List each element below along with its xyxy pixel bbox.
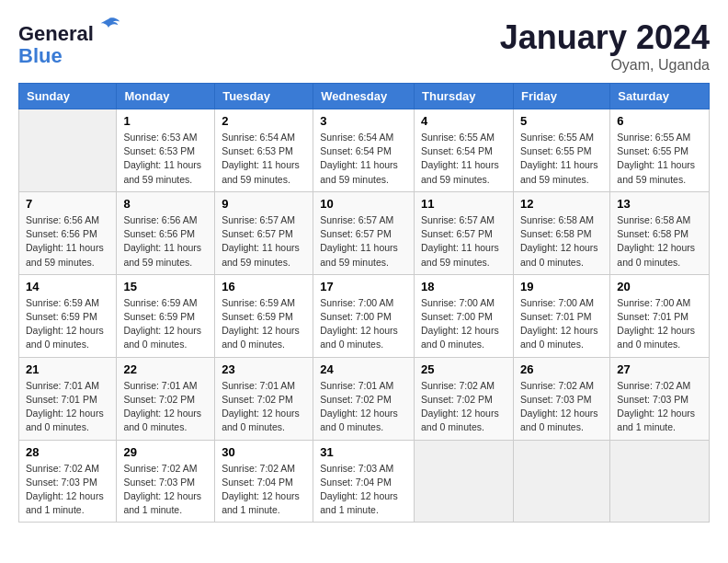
calendar-cell: 21Sunrise: 7:01 AMSunset: 7:01 PMDayligh…	[19, 357, 117, 440]
day-number: 11	[421, 197, 506, 211]
day-info: Sunrise: 7:02 AMSunset: 7:03 PMDaylight:…	[617, 379, 702, 435]
day-header-monday: Monday	[117, 84, 215, 109]
day-info: Sunrise: 6:59 AMSunset: 6:59 PMDaylight:…	[26, 296, 109, 352]
day-number: 28	[26, 445, 109, 459]
logo: General Blue	[18, 18, 121, 67]
day-info: Sunrise: 6:58 AMSunset: 6:58 PMDaylight:…	[520, 213, 603, 270]
day-info: Sunrise: 7:01 AMSunset: 7:02 PMDaylight:…	[123, 379, 208, 435]
day-info: Sunrise: 7:01 AMSunset: 7:01 PMDaylight:…	[26, 379, 109, 435]
day-info: Sunrise: 7:03 AMSunset: 7:04 PMDaylight:…	[320, 462, 407, 518]
calendar-cell: 17Sunrise: 7:00 AMSunset: 7:00 PMDayligh…	[313, 274, 415, 357]
calendar-cell: 28Sunrise: 7:02 AMSunset: 7:03 PMDayligh…	[19, 440, 117, 523]
day-number: 1	[123, 114, 208, 128]
calendar-cell	[415, 440, 514, 523]
day-number: 5	[520, 114, 603, 128]
calendar-cell: 9Sunrise: 6:57 AMSunset: 6:57 PMDaylight…	[215, 191, 313, 274]
day-number: 22	[123, 362, 208, 376]
calendar-cell: 18Sunrise: 7:00 AMSunset: 7:00 PMDayligh…	[415, 274, 514, 357]
day-info: Sunrise: 7:00 AMSunset: 7:01 PMDaylight:…	[617, 296, 702, 352]
day-number: 14	[26, 280, 109, 293]
day-info: Sunrise: 6:54 AMSunset: 6:53 PMDaylight:…	[222, 131, 306, 187]
day-number: 2	[222, 114, 306, 128]
title-area: January 2024 Oyam, Uganda	[500, 18, 710, 74]
day-number: 4	[421, 114, 506, 128]
calendar-table: SundayMondayTuesdayWednesdayThursdayFrid…	[18, 83, 710, 523]
day-header-tuesday: Tuesday	[215, 84, 313, 109]
day-info: Sunrise: 6:57 AMSunset: 6:57 PMDaylight:…	[222, 213, 306, 270]
calendar-cell: 31Sunrise: 7:03 AMSunset: 7:04 PMDayligh…	[313, 440, 415, 523]
calendar-cell: 12Sunrise: 6:58 AMSunset: 6:58 PMDayligh…	[513, 191, 609, 274]
day-number: 26	[520, 362, 603, 376]
calendar-cell: 19Sunrise: 7:00 AMSunset: 7:01 PMDayligh…	[513, 274, 609, 357]
day-header-sunday: Sunday	[19, 84, 117, 109]
day-number: 23	[222, 362, 306, 376]
day-info: Sunrise: 6:59 AMSunset: 6:59 PMDaylight:…	[222, 296, 306, 352]
logo-text: General Blue	[18, 18, 121, 67]
day-info: Sunrise: 6:53 AMSunset: 6:53 PMDaylight:…	[123, 131, 208, 187]
day-number: 29	[123, 445, 208, 459]
day-info: Sunrise: 7:01 AMSunset: 7:02 PMDaylight:…	[320, 379, 407, 435]
calendar-cell: 2Sunrise: 6:54 AMSunset: 6:53 PMDaylight…	[215, 109, 313, 192]
day-number: 9	[222, 197, 306, 211]
day-number: 30	[222, 445, 306, 459]
location: Oyam, Uganda	[500, 57, 710, 74]
day-info: Sunrise: 7:02 AMSunset: 7:03 PMDaylight:…	[520, 379, 603, 435]
calendar-week-4: 21Sunrise: 7:01 AMSunset: 7:01 PMDayligh…	[19, 357, 710, 440]
day-header-thursday: Thursday	[415, 84, 514, 109]
calendar-week-3: 14Sunrise: 6:59 AMSunset: 6:59 PMDayligh…	[19, 274, 710, 357]
month-title: January 2024	[500, 18, 710, 57]
day-info: Sunrise: 7:00 AMSunset: 7:00 PMDaylight:…	[320, 296, 407, 352]
day-number: 20	[617, 280, 702, 293]
calendar-week-2: 7Sunrise: 6:56 AMSunset: 6:56 PMDaylight…	[19, 191, 710, 274]
calendar-cell: 1Sunrise: 6:53 AMSunset: 6:53 PMDaylight…	[117, 109, 215, 192]
day-info: Sunrise: 6:55 AMSunset: 6:55 PMDaylight:…	[617, 131, 702, 187]
day-info: Sunrise: 6:55 AMSunset: 6:54 PMDaylight:…	[421, 131, 506, 187]
calendar-cell: 23Sunrise: 7:01 AMSunset: 7:02 PMDayligh…	[215, 357, 313, 440]
calendar-cell: 26Sunrise: 7:02 AMSunset: 7:03 PMDayligh…	[513, 357, 609, 440]
day-info: Sunrise: 7:02 AMSunset: 7:04 PMDaylight:…	[222, 462, 306, 518]
calendar-cell: 27Sunrise: 7:02 AMSunset: 7:03 PMDayligh…	[610, 357, 710, 440]
day-info: Sunrise: 6:59 AMSunset: 6:59 PMDaylight:…	[123, 296, 208, 352]
day-info: Sunrise: 6:56 AMSunset: 6:56 PMDaylight:…	[123, 213, 208, 270]
calendar-cell: 11Sunrise: 6:57 AMSunset: 6:57 PMDayligh…	[415, 191, 514, 274]
calendar-cell: 5Sunrise: 6:55 AMSunset: 6:55 PMDaylight…	[513, 109, 609, 192]
calendar-cell: 8Sunrise: 6:56 AMSunset: 6:56 PMDaylight…	[117, 191, 215, 274]
day-info: Sunrise: 6:58 AMSunset: 6:58 PMDaylight:…	[617, 213, 702, 270]
day-number: 31	[320, 445, 407, 459]
day-header-saturday: Saturday	[610, 84, 710, 109]
day-number: 21	[26, 362, 109, 376]
day-info: Sunrise: 6:54 AMSunset: 6:54 PMDaylight:…	[320, 131, 407, 187]
calendar-cell: 3Sunrise: 6:54 AMSunset: 6:54 PMDaylight…	[313, 109, 415, 192]
day-number: 16	[222, 280, 306, 293]
page-header: General Blue January 2024 Oyam, Uganda	[18, 18, 710, 74]
logo-bird-icon	[96, 15, 121, 40]
day-info: Sunrise: 7:02 AMSunset: 7:03 PMDaylight:…	[123, 462, 208, 518]
calendar-cell: 14Sunrise: 6:59 AMSunset: 6:59 PMDayligh…	[19, 274, 117, 357]
day-number: 13	[617, 197, 702, 211]
calendar-week-1: 1Sunrise: 6:53 AMSunset: 6:53 PMDaylight…	[19, 109, 710, 192]
calendar-cell	[513, 440, 609, 523]
day-number: 24	[320, 362, 407, 376]
calendar-week-5: 28Sunrise: 7:02 AMSunset: 7:03 PMDayligh…	[19, 440, 710, 523]
day-number: 3	[320, 114, 407, 128]
day-number: 25	[421, 362, 506, 376]
calendar-cell: 13Sunrise: 6:58 AMSunset: 6:58 PMDayligh…	[610, 191, 710, 274]
calendar-cell: 16Sunrise: 6:59 AMSunset: 6:59 PMDayligh…	[215, 274, 313, 357]
calendar-cell: 24Sunrise: 7:01 AMSunset: 7:02 PMDayligh…	[313, 357, 415, 440]
day-info: Sunrise: 7:00 AMSunset: 7:00 PMDaylight:…	[421, 296, 506, 352]
day-number: 8	[123, 197, 208, 211]
calendar-cell	[19, 109, 117, 192]
day-info: Sunrise: 7:02 AMSunset: 7:03 PMDaylight:…	[26, 462, 109, 518]
day-number: 7	[26, 197, 109, 211]
day-info: Sunrise: 7:02 AMSunset: 7:02 PMDaylight:…	[421, 379, 506, 435]
calendar-cell	[610, 440, 710, 523]
day-number: 19	[520, 280, 603, 293]
day-info: Sunrise: 6:56 AMSunset: 6:56 PMDaylight:…	[26, 213, 109, 270]
day-number: 17	[320, 280, 407, 293]
day-number: 15	[123, 280, 208, 293]
day-info: Sunrise: 6:55 AMSunset: 6:55 PMDaylight:…	[520, 131, 603, 187]
calendar-cell: 7Sunrise: 6:56 AMSunset: 6:56 PMDaylight…	[19, 191, 117, 274]
calendar-cell: 4Sunrise: 6:55 AMSunset: 6:54 PMDaylight…	[415, 109, 514, 192]
day-number: 12	[520, 197, 603, 211]
day-number: 27	[617, 362, 702, 376]
